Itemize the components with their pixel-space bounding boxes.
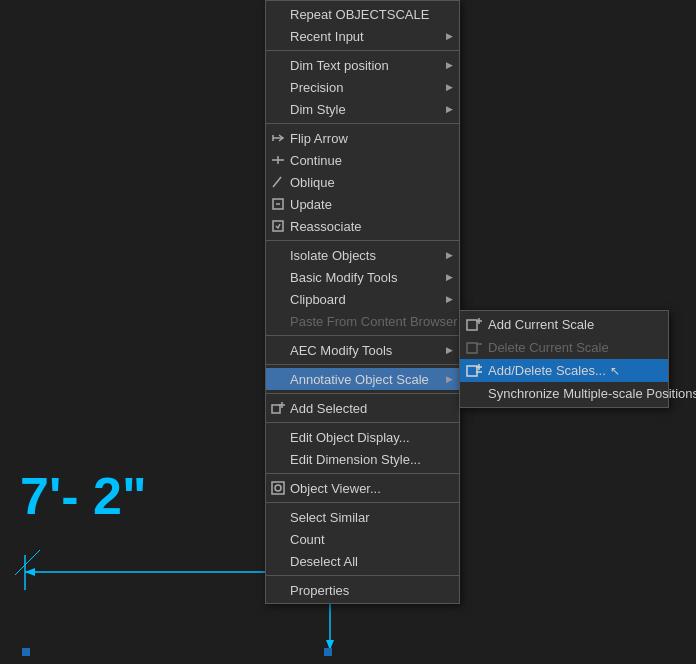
menu-item-dim-text-position[interactable]: Dim Text position bbox=[266, 54, 459, 76]
menu-item-edit-object-display[interactable]: Edit Object Display... bbox=[266, 426, 459, 448]
object-viewer-label: Object Viewer... bbox=[290, 481, 381, 496]
add-delete-scales-icon bbox=[464, 361, 484, 381]
separator-4 bbox=[266, 335, 459, 336]
menu-item-flip-arrow[interactable]: Flip Arrow bbox=[266, 127, 459, 149]
separator-2 bbox=[266, 123, 459, 124]
delete-current-scale-label: Delete Current Scale bbox=[488, 340, 609, 355]
svg-rect-26 bbox=[467, 366, 477, 376]
svg-rect-19 bbox=[272, 482, 284, 494]
menu-item-clipboard[interactable]: Clipboard bbox=[266, 288, 459, 310]
submenu-item-delete-current-scale: Delete Current Scale bbox=[460, 336, 668, 359]
dim-text-position-label: Dim Text position bbox=[290, 58, 389, 73]
menu-item-continue[interactable]: Continue bbox=[266, 149, 459, 171]
menu-item-edit-dimension-style[interactable]: Edit Dimension Style... bbox=[266, 448, 459, 470]
edit-object-display-label: Edit Object Display... bbox=[290, 430, 410, 445]
cad-handle-right bbox=[324, 648, 332, 656]
menu-item-deselect-all[interactable]: Deselect All bbox=[266, 550, 459, 572]
svg-point-20 bbox=[275, 485, 281, 491]
menu-item-aec-modify-tools[interactable]: AEC Modify Tools bbox=[266, 339, 459, 361]
separator-5 bbox=[266, 364, 459, 365]
context-menu-wrapper: Repeat OBJECTSCALE Recent Input Dim Text… bbox=[265, 0, 460, 604]
add-current-scale-label: Add Current Scale bbox=[488, 317, 594, 332]
aec-modify-tools-label: AEC Modify Tools bbox=[290, 343, 392, 358]
separator-1 bbox=[266, 50, 459, 51]
precision-label: Precision bbox=[290, 80, 343, 95]
menu-item-update[interactable]: Update bbox=[266, 193, 459, 215]
menu-item-precision[interactable]: Precision bbox=[266, 76, 459, 98]
menu-item-count[interactable]: Count bbox=[266, 528, 459, 550]
submenu-item-synchronize-positions[interactable]: Synchronize Multiple-scale Positions bbox=[460, 382, 668, 405]
menu-item-properties[interactable]: Properties bbox=[266, 579, 459, 601]
svg-rect-16 bbox=[272, 405, 280, 413]
reassociate-label: Reassociate bbox=[290, 219, 362, 234]
edit-dimension-style-label: Edit Dimension Style... bbox=[290, 452, 421, 467]
annotative-scale-submenu: Add Current Scale Delete Current Scale A… bbox=[459, 310, 669, 408]
menu-item-paste-content-browser: Paste From Content Browser bbox=[266, 310, 459, 332]
add-delete-scales-label: Add/Delete Scales... bbox=[488, 363, 606, 378]
separator-6 bbox=[266, 393, 459, 394]
menu-item-annotative-object-scale[interactable]: Annotative Object Scale bbox=[266, 368, 459, 390]
menu-item-object-viewer[interactable]: Object Viewer... bbox=[266, 477, 459, 499]
isolate-objects-label: Isolate Objects bbox=[290, 248, 376, 263]
svg-marker-3 bbox=[25, 568, 35, 576]
flip-arrow-icon bbox=[270, 130, 286, 146]
main-context-menu: Repeat OBJECTSCALE Recent Input Dim Text… bbox=[265, 0, 460, 604]
basic-modify-tools-label: Basic Modify Tools bbox=[290, 270, 397, 285]
add-selected-icon bbox=[270, 400, 286, 416]
deselect-all-label: Deselect All bbox=[290, 554, 358, 569]
oblique-icon bbox=[270, 174, 286, 190]
repeat-objectscale-label: Repeat OBJECTSCALE bbox=[290, 7, 429, 22]
update-icon bbox=[270, 196, 286, 212]
select-similar-label: Select Similar bbox=[290, 510, 369, 525]
object-viewer-icon bbox=[270, 480, 286, 496]
annotative-object-scale-label: Annotative Object Scale bbox=[290, 372, 429, 387]
clipboard-label: Clipboard bbox=[290, 292, 346, 307]
menu-item-repeat-objectscale[interactable]: Repeat OBJECTSCALE bbox=[266, 3, 459, 25]
svg-line-7 bbox=[15, 550, 40, 575]
update-label: Update bbox=[290, 197, 332, 212]
menu-item-isolate-objects[interactable]: Isolate Objects bbox=[266, 244, 459, 266]
svg-rect-15 bbox=[273, 221, 283, 231]
delete-current-scale-icon bbox=[464, 338, 484, 358]
add-current-scale-icon bbox=[464, 315, 484, 335]
svg-line-12 bbox=[273, 177, 281, 187]
menu-item-oblique[interactable]: Oblique bbox=[266, 171, 459, 193]
separator-7 bbox=[266, 422, 459, 423]
menu-item-select-similar[interactable]: Select Similar bbox=[266, 506, 459, 528]
continue-icon bbox=[270, 152, 286, 168]
add-selected-label: Add Selected bbox=[290, 401, 367, 416]
menu-item-add-selected[interactable]: Add Selected bbox=[266, 397, 459, 419]
dimension-annotation: 7'- 2" bbox=[20, 470, 147, 522]
svg-rect-24 bbox=[467, 343, 477, 353]
paste-content-browser-label: Paste From Content Browser bbox=[290, 314, 458, 329]
continue-label: Continue bbox=[290, 153, 342, 168]
dimension-text: 7'- 2" bbox=[20, 467, 147, 525]
properties-label: Properties bbox=[290, 583, 349, 598]
count-label: Count bbox=[290, 532, 325, 547]
separator-10 bbox=[266, 575, 459, 576]
cursor-indicator: ↖ bbox=[610, 364, 620, 378]
submenu-item-add-delete-scales[interactable]: Add/Delete Scales... ↖ bbox=[460, 359, 668, 382]
separator-9 bbox=[266, 502, 459, 503]
synchronize-positions-label: Synchronize Multiple-scale Positions bbox=[488, 386, 696, 401]
reassociate-icon bbox=[270, 218, 286, 234]
dim-style-label: Dim Style bbox=[290, 102, 346, 117]
oblique-label: Oblique bbox=[290, 175, 335, 190]
flip-arrow-label: Flip Arrow bbox=[290, 131, 348, 146]
submenu-item-add-current-scale[interactable]: Add Current Scale bbox=[460, 313, 668, 336]
recent-input-label: Recent Input bbox=[290, 29, 364, 44]
svg-rect-21 bbox=[467, 320, 477, 330]
menu-item-basic-modify-tools[interactable]: Basic Modify Tools bbox=[266, 266, 459, 288]
separator-3 bbox=[266, 240, 459, 241]
menu-item-recent-input[interactable]: Recent Input bbox=[266, 25, 459, 47]
cad-handle-left bbox=[22, 648, 30, 656]
menu-item-dim-style[interactable]: Dim Style bbox=[266, 98, 459, 120]
menu-item-reassociate[interactable]: Reassociate bbox=[266, 215, 459, 237]
separator-8 bbox=[266, 473, 459, 474]
